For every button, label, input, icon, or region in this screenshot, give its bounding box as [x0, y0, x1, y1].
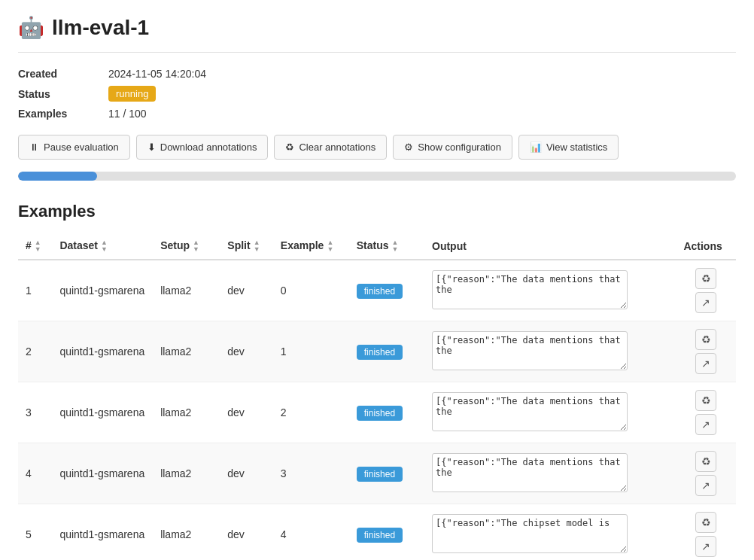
- table-header-row: #▲▼ Dataset▲▼ Setup▲▼ Split▲▼ Example▲▼: [18, 233, 736, 260]
- external-link-button[interactable]: ↗: [695, 414, 716, 435]
- recycle-button[interactable]: ♻: [695, 268, 716, 289]
- recycle-button[interactable]: ♻: [695, 329, 716, 350]
- meta-section: Created 2024-11-05 14:20:04 Status runni…: [18, 68, 736, 120]
- cell-example: 3: [273, 443, 349, 504]
- cell-dataset: quintd1-gsmarena: [52, 260, 153, 321]
- cell-output[interactable]: [{"reason":"The data mentions that the: [424, 321, 676, 382]
- cell-example: 4: [273, 504, 349, 560]
- config-label: Show configuration: [418, 142, 501, 153]
- actions-cell: ♻ ↗: [683, 512, 728, 557]
- cell-actions: ♻ ↗: [676, 443, 736, 504]
- cell-output[interactable]: [{"reason":"The chipset model is: [424, 504, 676, 560]
- clear-label: Clear annotations: [299, 142, 375, 153]
- cell-status: finished: [349, 382, 424, 443]
- pause-icon: ⏸: [29, 142, 39, 153]
- cell-output[interactable]: [{"reason":"The data mentions that the: [424, 260, 676, 321]
- cell-split: dev: [220, 504, 273, 560]
- col-header-status: Status▲▼: [349, 233, 424, 260]
- table-row: 4 quintd1-gsmarena llama2 dev 3 finished…: [18, 443, 736, 504]
- cell-dataset: quintd1-gsmarena: [52, 504, 153, 560]
- cell-actions: ♻ ↗: [676, 321, 736, 382]
- col-header-split: Split▲▼: [220, 233, 273, 260]
- actions-cell: ♻ ↗: [683, 390, 728, 435]
- cell-status: finished: [349, 260, 424, 321]
- examples-value: 11 / 100: [108, 108, 147, 120]
- col-header-output: Output: [424, 233, 676, 260]
- stats-icon: 📊: [530, 142, 542, 153]
- section-title: Examples: [18, 202, 736, 221]
- cell-status: finished: [349, 443, 424, 504]
- cell-dataset: quintd1-gsmarena: [52, 382, 153, 443]
- cell-split: dev: [220, 443, 273, 504]
- table-row: 5 quintd1-gsmarena llama2 dev 4 finished…: [18, 504, 736, 560]
- created-value: 2024-11-05 14:20:04: [108, 68, 206, 80]
- output-textarea[interactable]: [{"reason":"The data mentions that the: [432, 331, 628, 370]
- cell-output[interactable]: [{"reason":"The data mentions that the: [424, 382, 676, 443]
- cell-setup: llama2: [153, 321, 220, 382]
- cell-setup: llama2: [153, 504, 220, 560]
- actions-cell: ♻ ↗: [683, 268, 728, 313]
- cell-example: 0: [273, 260, 349, 321]
- cell-split: dev: [220, 382, 273, 443]
- output-textarea[interactable]: [{"reason":"The chipset model is: [432, 514, 628, 553]
- created-row: Created 2024-11-05 14:20:04: [18, 68, 736, 80]
- actions-cell: ♻ ↗: [683, 451, 728, 496]
- cell-output[interactable]: [{"reason":"The data mentions that the: [424, 443, 676, 504]
- robot-icon: 🤖: [18, 15, 44, 40]
- cell-actions: ♻ ↗: [676, 504, 736, 560]
- recycle-button[interactable]: ♻: [695, 390, 716, 411]
- cell-split: dev: [220, 321, 273, 382]
- download-label: Download annotations: [160, 142, 257, 153]
- examples-label: Examples: [18, 108, 108, 120]
- cell-split: dev: [220, 260, 273, 321]
- cell-num: 4: [18, 443, 52, 504]
- output-textarea[interactable]: [{"reason":"The data mentions that the: [432, 453, 628, 492]
- recycle-button[interactable]: ♻: [695, 512, 716, 533]
- table-row: 2 quintd1-gsmarena llama2 dev 1 finished…: [18, 321, 736, 382]
- cell-dataset: quintd1-gsmarena: [52, 321, 153, 382]
- finished-badge: finished: [357, 467, 403, 482]
- cell-num: 2: [18, 321, 52, 382]
- download-button[interactable]: ⬇ Download annotations: [136, 135, 269, 160]
- finished-badge: finished: [357, 284, 403, 299]
- page-title: llm-eval-1: [52, 16, 149, 40]
- cell-dataset: quintd1-gsmarena: [52, 443, 153, 504]
- config-icon: ⚙: [404, 142, 413, 153]
- table-row: 3 quintd1-gsmarena llama2 dev 2 finished…: [18, 382, 736, 443]
- status-label: Status: [18, 88, 108, 100]
- finished-badge: finished: [357, 345, 403, 360]
- cell-example: 2: [273, 382, 349, 443]
- cell-num: 3: [18, 382, 52, 443]
- external-link-button[interactable]: ↗: [695, 536, 716, 557]
- external-link-button[interactable]: ↗: [695, 292, 716, 313]
- col-header-dataset: Dataset▲▼: [52, 233, 153, 260]
- config-button[interactable]: ⚙ Show configuration: [393, 135, 512, 160]
- table-row: 1 quintd1-gsmarena llama2 dev 0 finished…: [18, 260, 736, 321]
- external-link-button[interactable]: ↗: [695, 353, 716, 374]
- download-icon: ⬇: [147, 142, 156, 153]
- external-link-button[interactable]: ↗: [695, 475, 716, 496]
- status-row: Status running: [18, 86, 736, 102]
- cell-actions: ♻ ↗: [676, 260, 736, 321]
- finished-badge: finished: [357, 528, 403, 543]
- clear-button[interactable]: ♻ Clear annotations: [274, 135, 387, 160]
- col-header-example: Example▲▼: [273, 233, 349, 260]
- status-badge: running: [108, 86, 156, 102]
- examples-row: Examples 11 / 100: [18, 108, 736, 120]
- stats-button[interactable]: 📊 View statistics: [518, 135, 619, 160]
- cell-actions: ♻ ↗: [676, 382, 736, 443]
- cell-setup: llama2: [153, 443, 220, 504]
- pause-label: Pause evaluation: [44, 142, 119, 153]
- cell-num: 1: [18, 260, 52, 321]
- cell-status: finished: [349, 504, 424, 560]
- col-header-actions: Actions: [676, 233, 736, 260]
- output-textarea[interactable]: [{"reason":"The data mentions that the: [432, 270, 628, 309]
- toolbar: ⏸ Pause evaluation ⬇ Download annotation…: [18, 135, 736, 160]
- clear-icon: ♻: [285, 142, 294, 153]
- recycle-button[interactable]: ♻: [695, 451, 716, 472]
- created-label: Created: [18, 68, 108, 80]
- stats-label: View statistics: [546, 142, 607, 153]
- pause-button[interactable]: ⏸ Pause evaluation: [18, 135, 130, 160]
- col-header-num: #▲▼: [18, 233, 52, 260]
- output-textarea[interactable]: [{"reason":"The data mentions that the: [432, 392, 628, 431]
